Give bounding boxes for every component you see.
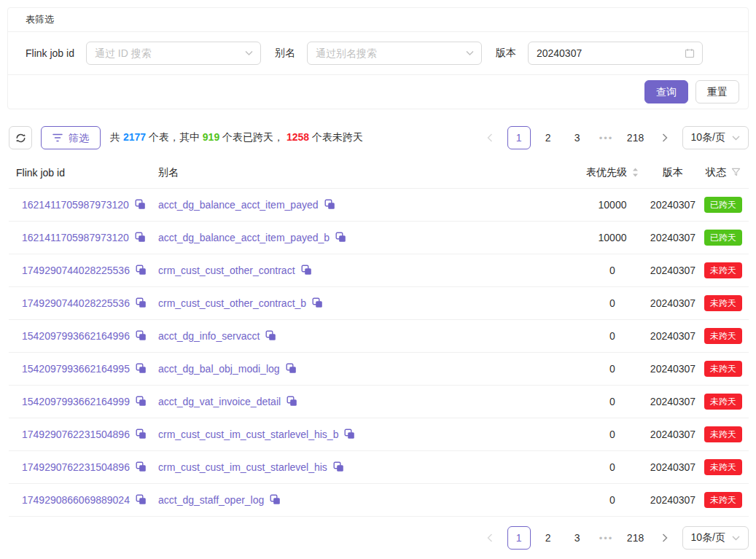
copy-icon[interactable] <box>324 199 335 210</box>
page-button-3[interactable]: 3 <box>566 526 589 550</box>
status-cell: 未跨天 <box>698 492 749 508</box>
copy-icon[interactable] <box>135 199 146 210</box>
flink-job-id-link[interactable]: 1749290866069889024 <box>22 494 130 506</box>
flink-job-id-link[interactable]: 1749290762231504896 <box>22 461 130 473</box>
copy-icon[interactable] <box>135 232 146 243</box>
field-alias: 别名 <box>275 42 482 65</box>
alias-link[interactable]: crm_cust_cust_other_contract <box>158 265 295 276</box>
priority-value: 0 <box>577 297 648 309</box>
copy-icon[interactable] <box>136 396 147 407</box>
copy-icon[interactable] <box>344 429 355 439</box>
summary-total-count: 2177 <box>123 131 146 143</box>
flink-job-id-link[interactable]: 1542097993662164999 <box>22 396 130 407</box>
copy-icon[interactable] <box>270 494 281 505</box>
priority-value: 0 <box>577 396 648 407</box>
flink-job-id-link[interactable]: 1749290744028225536 <box>22 265 130 276</box>
copy-icon[interactable] <box>265 330 276 341</box>
prev-page-button[interactable] <box>478 526 502 550</box>
copy-icon[interactable] <box>333 461 344 472</box>
next-page-button[interactable] <box>653 126 677 149</box>
copy-icon[interactable] <box>136 297 147 308</box>
filter-button-label: 筛选 <box>69 127 89 149</box>
page-size-select[interactable]: 10条/页 <box>682 526 749 550</box>
priority-value: 10000 <box>577 199 648 211</box>
version-value: 20240307 <box>648 199 698 211</box>
data-table: Flink job id 别名 表优先级 版本 状态 1621411705987… <box>9 157 749 517</box>
copy-icon[interactable] <box>136 265 147 275</box>
alias-link[interactable]: crm_cust_cust_im_cust_starlevel_his <box>158 461 327 473</box>
filter-form: Flink job id 别名 版本 <box>8 32 748 75</box>
next-page-button[interactable] <box>653 526 677 550</box>
page-button-2[interactable]: 2 <box>537 126 560 149</box>
flink-job-id-cell: 1749290866069889024 <box>9 494 158 506</box>
alias-link[interactable]: acct_dg_vat_invoice_detail <box>158 396 281 407</box>
flink-job-id-link[interactable]: 1749290762231504896 <box>22 429 130 440</box>
flink-job-id-link[interactable]: 1542097993662164996 <box>22 330 130 342</box>
table-row: 1749290762231504896 crm_cust_cust_im_cus… <box>9 451 749 484</box>
alias-link[interactable]: crm_cust_cust_other_contract_b <box>158 297 306 309</box>
copy-icon[interactable] <box>312 297 323 308</box>
flink-job-id-link[interactable]: 1621411705987973120 <box>22 199 129 211</box>
page-button-last[interactable]: 218 <box>624 526 647 550</box>
alias-cell: crm_cust_cust_other_contract_b <box>158 297 577 309</box>
flink-job-id-link[interactable]: 1621411705987973120 <box>22 232 129 243</box>
priority-value: 10000 <box>577 232 648 243</box>
alias-link[interactable]: acct_dg_info_servacct <box>158 330 260 342</box>
flink-job-id-select-input[interactable] <box>86 42 261 65</box>
flink-job-id-link[interactable]: 1542097993662164995 <box>22 363 130 375</box>
prev-page-button[interactable] <box>478 126 502 149</box>
alias-select-input[interactable] <box>307 42 482 65</box>
alias-link[interactable]: acct_dg_bal_obj_modi_log <box>158 363 280 375</box>
sorter-icon[interactable] <box>632 168 639 177</box>
copy-icon[interactable] <box>301 265 312 275</box>
status-badge: 已跨天 <box>704 197 742 213</box>
summary-uncrossed-count: 1258 <box>287 131 309 143</box>
reset-button[interactable]: 重置 <box>695 80 739 103</box>
copy-icon[interactable] <box>136 330 147 341</box>
refresh-button[interactable] <box>9 126 32 149</box>
version-value: 20240307 <box>648 330 698 342</box>
page-size-select[interactable]: 10条/页 <box>682 126 749 149</box>
alias-select[interactable] <box>307 42 482 65</box>
table-row: 1542097993662164996 acct_dg_info_servacc… <box>9 320 749 353</box>
flink-job-id-link[interactable]: 1749290744028225536 <box>22 297 130 309</box>
alias-cell: acct_dg_bal_obj_modi_log <box>158 363 577 375</box>
copy-icon[interactable] <box>335 232 346 243</box>
filter-funnel-icon[interactable] <box>731 168 741 177</box>
copy-icon[interactable] <box>136 429 147 439</box>
summary-suffix: 个表未跨天 <box>309 131 363 143</box>
pagination-ellipsis[interactable]: ••• <box>595 133 618 144</box>
flink-job-id-cell: 1749290744028225536 <box>9 297 158 309</box>
page-button-1[interactable]: 1 <box>507 526 531 550</box>
copy-icon[interactable] <box>136 494 147 505</box>
column-header-priority[interactable]: 表优先级 <box>577 166 648 179</box>
version-date-input[interactable] <box>528 42 703 65</box>
status-cell: 未跨天 <box>698 262 749 278</box>
copy-icon[interactable] <box>286 363 297 374</box>
alias-link[interactable]: crm_cust_cust_im_cust_starlevel_his_b <box>158 429 338 440</box>
alias-link[interactable]: acct_dg_staff_oper_log <box>158 494 264 506</box>
query-button[interactable]: 查询 <box>644 80 688 103</box>
page-button-1[interactable]: 1 <box>507 126 531 149</box>
alias-link[interactable]: acct_dg_balance_acct_item_payed <box>158 199 319 211</box>
column-header-flink-job-id: Flink job id <box>9 167 158 179</box>
version-date-picker[interactable] <box>528 42 703 65</box>
table-row: 1621411705987973120 acct_dg_balance_acct… <box>9 189 749 222</box>
page-button-last[interactable]: 218 <box>624 126 647 149</box>
status-badge: 未跨天 <box>704 361 742 377</box>
page-button-2[interactable]: 2 <box>537 526 560 550</box>
copy-icon[interactable] <box>136 363 147 374</box>
pagination-ellipsis[interactable]: ••• <box>595 533 618 544</box>
chevron-right-icon <box>662 133 668 142</box>
copy-icon[interactable] <box>287 396 297 407</box>
filter-button[interactable]: 筛选 <box>41 126 101 149</box>
page-size-value: 10条/页 <box>691 131 725 144</box>
flink-job-id-select[interactable] <box>86 42 261 65</box>
priority-value: 0 <box>577 429 648 440</box>
alias-link[interactable]: acct_dg_balance_acct_item_payed_b <box>158 232 330 243</box>
alias-cell: crm_cust_cust_im_cust_starlevel_his_b <box>158 429 577 440</box>
status-cell: 已跨天 <box>698 230 749 246</box>
copy-icon[interactable] <box>136 461 147 472</box>
page-button-3[interactable]: 3 <box>566 126 589 149</box>
alias-cell: acct_dg_info_servacct <box>158 330 577 342</box>
